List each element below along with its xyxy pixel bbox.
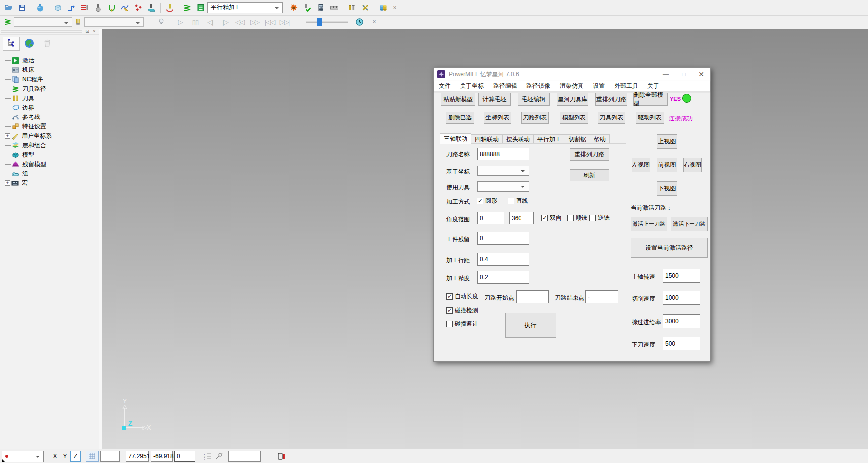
bulb-icon[interactable] [155,17,167,27]
tool-block-icon[interactable] [145,1,158,14]
execute-button[interactable]: 执行 [505,313,556,338]
spindle-speed-input[interactable] [663,269,700,283]
probe-position-icon[interactable] [213,452,224,460]
toolpath-name-input[interactable] [477,148,529,160]
points-icon[interactable] [131,1,145,14]
stepover-input[interactable] [477,253,529,266]
angle-from-input[interactable] [477,212,504,224]
tool-check-icon[interactable] [300,1,314,14]
toolpath-list-button[interactable]: 刀路列表 [521,112,549,124]
message-field[interactable] [228,451,261,462]
view-top-button[interactable]: 上视图 [657,134,677,149]
search-back-icon[interactable]: ◁◁ [232,18,247,26]
tool-list-button[interactable]: 刀具列表 [598,112,625,124]
clock-icon[interactable] [353,17,365,27]
float-panel-icon[interactable]: ⊡ [84,29,91,34]
delete-selected-button[interactable]: 删除已选 [446,112,474,124]
menu-path-edit[interactable]: 路径编辑 [493,82,517,90]
conventional-mill-checkbox[interactable]: 逆铣 [589,214,610,222]
open-icon[interactable] [2,1,15,14]
minimize-button[interactable]: — [657,68,675,81]
dialog-titlebar[interactable]: PowerMILL 忆梦星河 7.0.6 — □ ✕ [434,68,710,81]
tree-item-macros[interactable]: +宏 [5,178,99,188]
menu-settings[interactable]: 设置 [593,82,605,90]
tolerance-input[interactable] [477,271,529,284]
tree-item-patterns[interactable]: 参考线 [5,113,99,122]
tool-mount-icon[interactable] [345,1,358,14]
drive-list-button[interactable]: 驱动列表 [636,112,664,124]
activate-next-button[interactable]: 激活下一刀路 [671,217,708,231]
cutting-speed-input[interactable] [663,291,700,305]
clipboard-pause-icon[interactable] [276,452,287,460]
plunge-speed-input[interactable] [663,337,700,350]
strategy-list-icon[interactable] [194,1,207,14]
cylinders-icon[interactable] [376,1,390,14]
toolpath-select-dropdown[interactable] [14,17,72,27]
start-point-input[interactable] [516,290,549,303]
expand-icon[interactable]: + [5,180,10,186]
pause-icon[interactable]: ▯▯ [188,18,203,26]
menu-path-mirror[interactable]: 路径镜像 [526,82,550,90]
tree-item-stock-models[interactable]: 残留模型 [5,160,99,169]
rearrange-button[interactable]: 重排列刀路 [570,148,609,161]
coord-x-field[interactable]: 77.2951 [126,451,149,462]
axis-z-button[interactable]: Z [70,451,81,462]
bidirectional-checkbox[interactable]: 双向 [541,214,562,222]
axis-x-button[interactable]: X [50,451,60,462]
delete-all-models-button[interactable]: 删除全部模型 [633,93,668,106]
preview-ball-icon[interactable] [33,1,47,14]
tree-item-boundaries[interactable]: 边界 [5,103,99,113]
tree-item-machine-tools[interactable]: 机床 [5,65,99,75]
tab-recycle-bin[interactable] [39,37,56,51]
tool-select-dropdown[interactable] [84,17,144,27]
grid-size-field[interactable] [100,451,120,462]
view-right-button[interactable]: 右视图 [683,158,702,172]
ruler-icon[interactable] [327,1,341,14]
tool-pair-icon[interactable] [72,17,84,27]
angle-to-input[interactable] [509,212,534,224]
view-left-button[interactable]: 左视图 [632,158,650,172]
checkbox-box[interactable] [508,198,514,204]
xyz-list-icon[interactable]: xyz [202,452,213,460]
tree-item-feature-sets[interactable]: 特征设置 [5,122,99,131]
tree-item-models[interactable]: 模型 [5,150,99,160]
view-bottom-button[interactable]: 下视图 [657,181,677,196]
checkbox-box[interactable] [567,215,574,221]
tab-4axis[interactable]: 四轴联动 [471,134,503,144]
checkbox-box[interactable] [446,293,453,300]
menu-about-coords[interactable]: 关于坐标 [460,82,484,90]
rapid-heights-icon[interactable] [78,1,91,14]
expand-icon[interactable]: + [5,133,10,139]
tree-item-levels-sets[interactable]: 层和组合 [5,141,99,150]
maximize-button[interactable]: □ [675,68,693,81]
tool-library-button[interactable]: 星河刀具库 [557,93,588,106]
tab-help[interactable]: 帮助 [590,134,610,144]
skim-feed-input[interactable] [663,314,700,328]
paste-new-model-button[interactable]: 粘贴新模型 [441,93,475,106]
play-icon[interactable]: ▷ [173,18,188,26]
refresh-button[interactable]: 刷新 [570,169,609,181]
tree-item-toolpaths[interactable]: 刀具路径 [5,84,99,94]
checkbox-box[interactable] [446,307,453,314]
transform-icon[interactable] [358,1,372,14]
coord-z-field[interactable]: 0 [174,451,195,462]
mode-circle-checkbox[interactable]: 圆形 [477,197,497,205]
coord-list-button[interactable]: 坐标列表 [484,112,511,124]
pattern-pencil-icon[interactable] [118,1,131,14]
coord-y-field[interactable]: -69.918 [151,451,173,462]
axis-y-button[interactable]: Y [60,451,70,462]
collision-check-checkbox[interactable]: 碰撞检测 [446,306,478,315]
tree-item-groups[interactable]: 组 [5,169,99,178]
sim-toolbar-close-icon[interactable]: × [369,18,379,25]
close-panel-icon[interactable]: × [91,29,98,34]
panel-grip[interactable]: ⊡ × [0,29,99,35]
toolpath-connect-icon[interactable] [64,1,78,14]
menu-external-tools[interactable]: 外部工具 [614,82,638,90]
search-forward-icon[interactable]: ▷▷ [247,18,262,26]
slider-handle[interactable] [317,18,322,26]
block-icon[interactable] [51,1,64,14]
collision-avoid-checkbox[interactable]: 碰撞避让 [446,320,478,328]
stock-allowance-input[interactable] [477,232,529,245]
view-front-button[interactable]: 前视图 [657,158,677,172]
tree-item-tools[interactable]: 刀具 [5,94,99,103]
